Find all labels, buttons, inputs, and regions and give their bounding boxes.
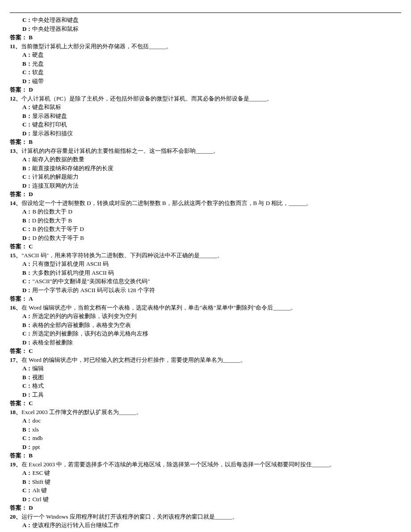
question-text: 个人计算机（PC）是除了主机外，还包括外部设备的微型计算机。而其必备的外部设备是…: [21, 95, 273, 102]
option-text: B 的位数大于 D: [32, 208, 72, 215]
answer-label: 答案：: [10, 348, 27, 354]
question-stem: 12、个人计算机（PC）是除了主机外，还包括外部设备的微型计算机。而其必备的外部…: [10, 94, 401, 103]
option-text: 硬盘: [32, 51, 44, 58]
question-option: B：光盘: [10, 59, 401, 68]
question-option: B：Shift 键: [10, 478, 401, 486]
option-text: doc: [32, 417, 41, 424]
answer-value: C: [29, 348, 33, 354]
answer-line: 答案： D: [10, 190, 401, 199]
question-number: 15、: [10, 252, 21, 259]
answer-value: D: [29, 86, 33, 93]
answer-label: 答案：: [10, 504, 27, 511]
question-stem: 16、在 Word 编辑状态中，当前文档有一个表格，选定表格中的某列，单击"表格…: [10, 303, 401, 312]
question-option: A：键盘和鼠标: [10, 103, 401, 112]
option-text: 光盘: [32, 60, 44, 67]
option-text: 显示器和扫描仪: [32, 130, 73, 137]
option-text: 只有微型计算机使用 ASCII 码: [32, 260, 108, 267]
question-text: 在 Word 编辑状态中，当前文档有一个表格，选定表格中的某列，单击"表格"菜单…: [21, 304, 296, 311]
question-option: D：Ctrl 键: [10, 495, 401, 504]
option-label: B：: [22, 165, 32, 172]
answer-label: 答案：: [10, 400, 27, 406]
option-text: B 的位数大于等于 D: [32, 226, 84, 232]
option-label: D：: [22, 444, 32, 450]
answer-label: 答案：: [10, 191, 27, 197]
answer-value: D: [29, 191, 33, 197]
question-text: 计算机的内存容量是计算机的主要性能指标之一。这一指标不会影响______。: [21, 147, 219, 154]
document-page: C：中央处理器和键盘 D：中央处理器和鼠标 答案： B 11、当前微型计算机上大…: [0, 0, 411, 532]
question-option: B：D 的位数大于 B: [10, 216, 401, 225]
question-option: C：键盘和打印机: [10, 120, 401, 129]
question-option: B：xls: [10, 425, 401, 434]
question-option: C：所选定的列被删除，该列右边的单元格向左移: [10, 329, 401, 338]
question-option: D：显示器和扫描仪: [10, 129, 401, 138]
option-label: D：: [22, 339, 32, 346]
question-stem: 14、假设给定一个十进制整数 D，转换成对应的二进制整数 B，那么就这两个数字的…: [10, 199, 401, 208]
option-text: 用一个字节表示的 ASCII 码可以表示 128 个字符: [32, 287, 155, 293]
answer-value: D: [29, 504, 33, 511]
option-label: B：: [22, 322, 32, 328]
option-label: C：: [22, 435, 32, 441]
answer-label: 答案：: [10, 86, 27, 93]
question-option: D：磁带: [10, 77, 401, 86]
question-option: B：表格的全部内容被删除，表格变为空表: [10, 321, 401, 330]
question-text: Excel 2003 工作簿文件的默认扩展名为______。: [21, 409, 142, 415]
question-number: 20、: [10, 513, 21, 520]
option-text: "ASCII"的中文翻译是"美国标准信息交换代码": [32, 278, 150, 285]
question-option: A：B 的位数大于 D: [10, 207, 401, 216]
option-text: 连接互联网的方法: [32, 182, 79, 189]
option-text: 工具: [32, 391, 44, 398]
option-text: 所选定的列被删除，该列右边的单元格向左移: [32, 330, 148, 337]
question-option: C：mdb: [10, 434, 401, 443]
option-text: xls: [32, 426, 39, 433]
option-text: 大多数的计算机均使用 ASCII 码: [32, 269, 114, 276]
answer-line: 答案： C: [10, 347, 401, 356]
question-option: A：能存入的数据的数量: [10, 155, 401, 164]
question-stem: 18、Excel 2003 工作簿文件的默认扩展名为______。: [10, 408, 401, 417]
option-text: 表格全部被删除: [32, 339, 73, 346]
option-label: D：: [22, 78, 32, 84]
option-text: 磁带: [32, 78, 44, 84]
option-text: 键盘和打印机: [32, 121, 67, 128]
option-label: A：: [22, 104, 32, 110]
questions-container: 11、当前微型计算机上大部分采用的外存储器，不包括______。A：硬盘B：光盘…: [10, 42, 401, 530]
question-option: D：连接互联网的方法: [10, 181, 401, 190]
option-label: C：: [22, 330, 32, 337]
question-stem: 15、"ASCII 码"，用来将字符转换为二进制数。下列四种说法中不正确的是__…: [10, 251, 401, 260]
question-option: A：doc: [10, 416, 401, 425]
answer-value: B: [29, 34, 33, 41]
option-label: A：: [22, 417, 32, 424]
question-text: 在 Excel 2003 中，若需要选择多个不连续的单元格区域，除选择第一个区域…: [21, 461, 335, 468]
option-text: 表格的全部内容被删除，表格变为空表: [32, 322, 131, 328]
option-label: A：: [22, 156, 32, 163]
option-label: C：: [22, 226, 32, 232]
question-option: B：显示器和键盘: [10, 112, 401, 121]
option-text: 中央处理器和键盘: [32, 17, 79, 23]
question-number: 11、: [10, 43, 21, 50]
option-label: B：: [22, 374, 32, 381]
question-option: D：中央处理器和鼠标: [10, 25, 401, 34]
answer-line: 答案： D: [10, 503, 401, 512]
option-label: D：: [22, 391, 32, 398]
option-text: 中央处理器和鼠标: [32, 25, 79, 32]
question-text: 当前微型计算机上大部分采用的外存储器，不包括______。: [21, 43, 172, 50]
answer-label: 答案：: [10, 452, 27, 459]
option-text: 所选定的列的内容被删除，该列变为空列: [32, 313, 137, 319]
question-number: 12、: [10, 95, 21, 102]
option-label: D：: [22, 235, 32, 241]
option-label: A：: [22, 522, 32, 528]
answer-value: A: [29, 295, 33, 302]
answer-line: 答案： B: [10, 33, 401, 42]
horizontal-rule: [10, 13, 401, 13]
answer-value: B: [29, 138, 33, 145]
option-text: Alt 键: [32, 487, 47, 494]
option-label: C：: [22, 69, 32, 75]
option-label: D：: [22, 130, 32, 137]
answer-line: 答案： A: [10, 294, 401, 303]
question-option: D：表格全部被删除: [10, 338, 401, 347]
question-number: 18、: [10, 409, 21, 415]
option-label: C：: [22, 487, 32, 494]
option-label: C：: [22, 17, 32, 23]
option-text: Shift 键: [32, 478, 51, 485]
option-label: C：: [22, 278, 32, 285]
answer-line: 答案： C: [10, 399, 401, 408]
